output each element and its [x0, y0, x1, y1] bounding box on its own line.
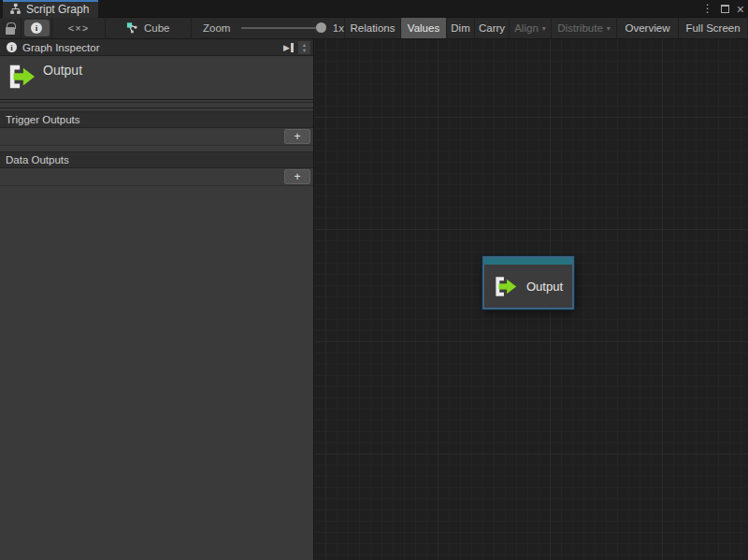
lock-button[interactable] [0, 18, 22, 38]
chevron-down-icon: ▾ [542, 24, 546, 33]
popout-icon[interactable]: ▶ [283, 41, 294, 54]
data-outputs-list: + [0, 168, 313, 186]
lock-icon [6, 27, 15, 35]
graph-asset-button[interactable]: Cube [106, 18, 192, 38]
code-icon: <×> [68, 22, 89, 34]
panel-scrubber[interactable]: ▲ ▼ [297, 40, 311, 55]
window-controls: ⋮ × [702, 0, 744, 18]
chevron-down-icon: ▾ [607, 24, 611, 33]
tab-script-graph[interactable]: Script Graph [3, 0, 98, 18]
section-divider [0, 102, 313, 108]
inspector-toggle-active-pill: i [24, 20, 50, 36]
zoom-control: Zoom 1x [192, 18, 344, 38]
relations-button[interactable]: Relations [344, 18, 401, 38]
inspector-toggle-button[interactable]: i [22, 18, 52, 38]
output-node[interactable]: Output [482, 256, 574, 309]
tab-bar: Script Graph ⋮ × [0, 0, 748, 18]
scrub-down-icon: ▼ [302, 48, 307, 53]
dim-button[interactable]: Dim [447, 18, 475, 38]
graph-inspector-panel: i Graph Inspector ▶ ▲ ▼ Output [0, 39, 314, 560]
output-icon [494, 275, 517, 298]
edit-source-button[interactable]: <×> [52, 18, 106, 38]
full-screen-button[interactable]: Full Screen [679, 18, 748, 38]
add-trigger-output-button[interactable]: + [284, 129, 310, 144]
zoom-value: 1x [333, 22, 344, 34]
values-button[interactable]: Values [401, 18, 447, 38]
window-menu-icon[interactable]: ⋮ [702, 0, 713, 18]
add-data-output-button[interactable]: + [284, 169, 310, 184]
toolbar-toggle-group: Relations Values Dim Carry Align ▾ Distr… [344, 18, 748, 38]
output-node-label: Output [526, 280, 563, 294]
script-graph-asset-icon [126, 22, 139, 35]
active-tab-highlight [3, 0, 98, 2]
data-outputs-header: Data Outputs [0, 151, 313, 168]
graph-hierarchy-icon [9, 3, 22, 15]
graph-inspector-title: Graph Inspector [22, 42, 99, 53]
info-icon: i [7, 42, 17, 52]
graph-canvas[interactable]: Output [314, 39, 748, 560]
zoom-slider[interactable] [241, 18, 324, 38]
align-dropdown-button[interactable]: Align ▾ [510, 18, 552, 38]
selected-unit-header: Output [0, 56, 313, 100]
maximize-icon[interactable] [721, 5, 729, 13]
carry-button[interactable]: Carry [475, 18, 510, 38]
close-icon[interactable]: × [737, 2, 744, 17]
info-icon: i [31, 22, 42, 34]
zoom-slider-track [241, 27, 324, 29]
output-node-title-bar [484, 258, 572, 265]
overview-button[interactable]: Overview [617, 18, 679, 38]
tab-label: Script Graph [26, 3, 89, 16]
zoom-label: Zoom [203, 22, 230, 34]
trigger-outputs-list: + [0, 128, 313, 146]
graph-asset-name: Cube [144, 22, 170, 34]
trigger-outputs-header: Trigger Outputs [0, 111, 313, 128]
distribute-dropdown-button[interactable]: Distribute ▾ [552, 18, 617, 38]
graph-inspector-header: i Graph Inspector ▶ ▲ ▼ [0, 39, 313, 56]
graph-toolbar: i <×> Cube Zoom 1x Relations [0, 18, 748, 39]
zoom-slider-handle[interactable] [316, 22, 326, 33]
output-unit-icon [7, 63, 36, 91]
selected-unit-title: Output [43, 63, 82, 78]
script-graph-window: Script Graph ⋮ × i <×> Cube [0, 0, 748, 560]
